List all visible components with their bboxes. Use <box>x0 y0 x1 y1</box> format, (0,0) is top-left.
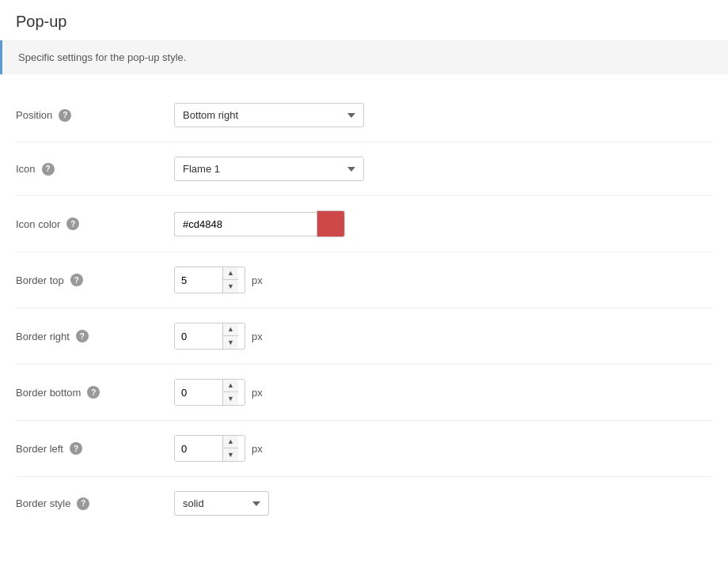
border-style-select[interactable]: solid dashed dotted double none <box>174 491 269 516</box>
border-right-help-icon[interactable]: ? <box>76 330 89 342</box>
border-right-spinner-buttons: ▲ ▼ <box>222 323 238 349</box>
info-box: Specific settings for the pop-up style. <box>0 40 728 74</box>
page-title: Pop-up <box>0 0 728 40</box>
border-top-control: ▲ ▼ px <box>174 267 263 293</box>
border-bottom-control: ▲ ▼ px <box>174 379 263 406</box>
border-top-input[interactable] <box>175 267 222 293</box>
border-style-control: solid dashed dotted double none <box>174 491 269 516</box>
icon-color-control <box>174 210 345 237</box>
position-label-col: Position ? <box>16 109 174 122</box>
border-top-label-col: Border top ? <box>16 274 174 286</box>
icon-select[interactable]: Flame 1 Flame 2 Chat Help Info <box>174 157 364 181</box>
border-left-spinner: ▲ ▼ <box>174 435 245 462</box>
border-left-input[interactable] <box>175 436 222 461</box>
border-left-increment[interactable]: ▲ <box>223 436 238 448</box>
position-help-icon[interactable]: ? <box>59 109 71 122</box>
icon-label: Icon <box>16 163 36 175</box>
icon-color-label-col: Icon color ? <box>16 217 174 230</box>
position-row: Position ? Bottom right Bottom left Top … <box>16 89 712 142</box>
border-bottom-unit: px <box>252 387 263 399</box>
border-right-control: ▲ ▼ px <box>174 323 263 350</box>
border-left-row: Border left ? ▲ ▼ px <box>16 421 712 477</box>
border-right-spinner: ▲ ▼ <box>174 323 245 350</box>
border-right-input[interactable] <box>175 323 222 349</box>
border-style-row: Border style ? solid dashed dotted doubl… <box>16 477 712 530</box>
border-right-row: Border right ? ▲ ▼ px <box>16 308 712 365</box>
border-top-label: Border top <box>16 274 64 286</box>
border-left-control: ▲ ▼ px <box>174 435 263 462</box>
icon-color-help-icon[interactable]: ? <box>66 217 79 230</box>
border-top-spinner: ▲ ▼ <box>174 267 245 293</box>
icon-label-col: Icon ? <box>16 163 174 176</box>
border-top-help-icon[interactable]: ? <box>70 274 83 286</box>
border-bottom-help-icon[interactable]: ? <box>87 386 100 399</box>
color-swatch[interactable] <box>317 210 345 237</box>
border-left-spinner-buttons: ▲ ▼ <box>222 436 238 461</box>
color-row <box>174 210 345 237</box>
icon-color-label: Icon color <box>16 218 60 230</box>
border-style-help-icon[interactable]: ? <box>77 497 89 510</box>
border-right-label: Border right <box>16 331 70 342</box>
border-left-label: Border left <box>16 443 63 455</box>
icon-row: Icon ? Flame 1 Flame 2 Chat Help Info <box>16 142 712 196</box>
border-right-unit: px <box>252 331 263 342</box>
border-right-increment[interactable]: ▲ <box>223 323 238 336</box>
border-left-unit: px <box>252 443 263 455</box>
border-top-decrement[interactable]: ▼ <box>223 280 238 293</box>
icon-control: Flame 1 Flame 2 Chat Help Info <box>174 157 364 181</box>
border-top-row: Border top ? ▲ ▼ px <box>16 252 712 308</box>
border-style-label: Border style <box>16 497 70 509</box>
position-control: Bottom right Bottom left Top right Top l… <box>174 103 364 127</box>
border-top-unit: px <box>252 274 263 286</box>
border-bottom-spinner: ▲ ▼ <box>174 379 245 406</box>
border-bottom-decrement[interactable]: ▼ <box>223 392 238 405</box>
icon-help-icon[interactable]: ? <box>42 163 55 176</box>
icon-color-input[interactable] <box>174 212 317 236</box>
border-left-help-icon[interactable]: ? <box>70 442 82 455</box>
border-bottom-row: Border bottom ? ▲ ▼ px <box>16 365 712 421</box>
border-right-decrement[interactable]: ▼ <box>223 336 238 349</box>
border-bottom-label-col: Border bottom ? <box>16 386 174 399</box>
position-label: Position <box>16 109 52 121</box>
position-select[interactable]: Bottom right Bottom left Top right Top l… <box>174 103 364 127</box>
border-bottom-increment[interactable]: ▲ <box>223 380 238 392</box>
border-style-label-col: Border style ? <box>16 497 174 510</box>
border-left-decrement[interactable]: ▼ <box>223 448 238 461</box>
border-left-label-col: Border left ? <box>16 442 174 455</box>
form-container: Position ? Bottom right Bottom left Top … <box>0 81 728 538</box>
border-top-spinner-buttons: ▲ ▼ <box>222 267 238 293</box>
border-top-increment[interactable]: ▲ <box>223 267 238 280</box>
border-bottom-input[interactable] <box>175 380 222 405</box>
border-right-label-col: Border right ? <box>16 330 174 342</box>
icon-color-row: Icon color ? <box>16 196 712 252</box>
border-bottom-label: Border bottom <box>16 387 81 399</box>
border-bottom-spinner-buttons: ▲ ▼ <box>222 380 238 405</box>
